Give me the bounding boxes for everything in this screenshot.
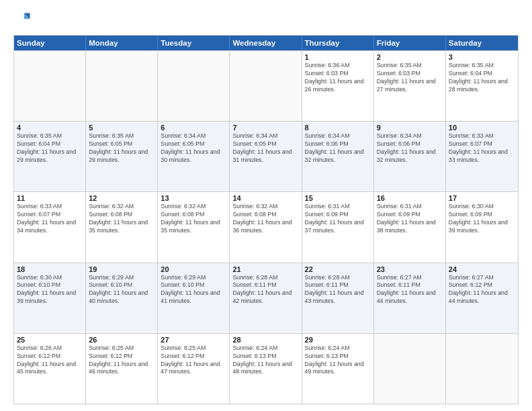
empty-cell: [374, 334, 446, 404]
day-number: 23: [377, 265, 443, 273]
day-info: Sunrise: 6:32 AM Sunset: 6:08 PM Dayligh…: [89, 203, 154, 235]
day-cell: 13Sunrise: 6:32 AM Sunset: 6:08 PM Dayli…: [158, 192, 230, 262]
day-number: 20: [161, 265, 226, 273]
day-info: Sunrise: 6:29 AM Sunset: 6:10 PM Dayligh…: [161, 274, 226, 306]
calendar-row: 18Sunrise: 6:30 AM Sunset: 6:10 PM Dayli…: [14, 263, 518, 333]
day-cell: 15Sunrise: 6:31 AM Sunset: 6:09 PM Dayli…: [302, 192, 374, 262]
day-number: 28: [232, 336, 298, 344]
empty-cell: [230, 51, 302, 121]
day-number: 2: [377, 53, 443, 61]
day-number: 6: [161, 124, 226, 132]
day-info: Sunrise: 6:32 AM Sunset: 6:08 PM Dayligh…: [232, 203, 298, 235]
day-info: Sunrise: 6:25 AM Sunset: 6:12 PM Dayligh…: [161, 345, 226, 377]
day-cell: 19Sunrise: 6:29 AM Sunset: 6:10 PM Dayli…: [86, 263, 158, 333]
day-cell: 22Sunrise: 6:28 AM Sunset: 6:11 PM Dayli…: [302, 263, 374, 333]
day-number: 12: [89, 194, 154, 202]
calendar-header: SundayMondayTuesdayWednesdayThursdayFrid…: [14, 36, 518, 50]
day-number: 21: [232, 265, 298, 273]
day-number: 22: [305, 265, 371, 273]
day-cell: 4Sunrise: 6:35 AM Sunset: 6:04 PM Daylig…: [14, 122, 86, 191]
day-cell: 11Sunrise: 6:33 AM Sunset: 6:07 PM Dayli…: [14, 192, 86, 262]
day-info: Sunrise: 6:27 AM Sunset: 6:11 PM Dayligh…: [377, 274, 443, 306]
calendar: SundayMondayTuesdayWednesdayThursdayFrid…: [13, 35, 519, 404]
day-info: Sunrise: 6:24 AM Sunset: 6:13 PM Dayligh…: [232, 345, 298, 377]
day-number: 26: [89, 336, 154, 344]
day-cell: 24Sunrise: 6:27 AM Sunset: 6:12 PM Dayli…: [446, 263, 518, 333]
logo-icon: [13, 11, 32, 30]
day-cell: 8Sunrise: 6:34 AM Sunset: 6:06 PM Daylig…: [302, 122, 374, 191]
day-number: 25: [17, 336, 83, 344]
day-cell: 17Sunrise: 6:30 AM Sunset: 6:09 PM Dayli…: [446, 192, 518, 262]
day-info: Sunrise: 6:28 AM Sunset: 6:11 PM Dayligh…: [305, 274, 371, 306]
calendar-header-cell: Monday: [86, 36, 158, 50]
day-info: Sunrise: 6:33 AM Sunset: 6:07 PM Dayligh…: [17, 203, 83, 235]
day-cell: 25Sunrise: 6:26 AM Sunset: 6:12 PM Dayli…: [14, 334, 86, 404]
empty-cell: [158, 51, 230, 121]
empty-cell: [14, 51, 86, 121]
day-info: Sunrise: 6:36 AM Sunset: 6:03 PM Dayligh…: [305, 62, 371, 94]
day-number: 29: [305, 336, 371, 344]
day-info: Sunrise: 6:27 AM Sunset: 6:12 PM Dayligh…: [449, 274, 515, 306]
empty-cell: [446, 334, 518, 404]
day-number: 11: [17, 194, 83, 202]
day-info: Sunrise: 6:34 AM Sunset: 6:05 PM Dayligh…: [161, 132, 226, 165]
calendar-body: 1Sunrise: 6:36 AM Sunset: 6:03 PM Daylig…: [14, 50, 518, 404]
calendar-row: 25Sunrise: 6:26 AM Sunset: 6:12 PM Dayli…: [14, 333, 518, 404]
day-cell: 21Sunrise: 6:28 AM Sunset: 6:11 PM Dayli…: [230, 263, 302, 333]
day-cell: 29Sunrise: 6:24 AM Sunset: 6:13 PM Dayli…: [302, 334, 374, 404]
day-cell: 5Sunrise: 6:35 AM Sunset: 6:05 PM Daylig…: [86, 122, 158, 191]
page: SundayMondayTuesdayWednesdayThursdayFrid…: [0, 0, 532, 411]
day-cell: 10Sunrise: 6:33 AM Sunset: 6:07 PM Dayli…: [446, 122, 518, 191]
day-cell: 26Sunrise: 6:25 AM Sunset: 6:12 PM Dayli…: [86, 334, 158, 404]
day-info: Sunrise: 6:34 AM Sunset: 6:05 PM Dayligh…: [232, 132, 298, 165]
day-number: 27: [161, 336, 226, 344]
day-number: 16: [377, 194, 443, 202]
calendar-header-cell: Thursday: [302, 36, 374, 50]
day-number: 10: [449, 124, 515, 132]
day-info: Sunrise: 6:34 AM Sunset: 6:06 PM Dayligh…: [377, 132, 443, 165]
day-number: 19: [89, 265, 154, 273]
day-number: 8: [305, 124, 371, 132]
day-info: Sunrise: 6:35 AM Sunset: 6:04 PM Dayligh…: [17, 132, 83, 165]
day-info: Sunrise: 6:32 AM Sunset: 6:08 PM Dayligh…: [161, 203, 226, 235]
day-number: 18: [17, 265, 83, 273]
day-info: Sunrise: 6:34 AM Sunset: 6:06 PM Dayligh…: [305, 132, 371, 165]
day-number: 14: [232, 194, 298, 202]
day-cell: 27Sunrise: 6:25 AM Sunset: 6:12 PM Dayli…: [158, 334, 230, 404]
day-info: Sunrise: 6:35 AM Sunset: 6:05 PM Dayligh…: [89, 132, 154, 165]
day-number: 3: [449, 53, 515, 61]
day-info: Sunrise: 6:24 AM Sunset: 6:13 PM Dayligh…: [305, 345, 371, 377]
calendar-row: 11Sunrise: 6:33 AM Sunset: 6:07 PM Dayli…: [14, 191, 518, 262]
day-cell: 16Sunrise: 6:31 AM Sunset: 6:09 PM Dayli…: [374, 192, 446, 262]
day-cell: 6Sunrise: 6:34 AM Sunset: 6:05 PM Daylig…: [158, 122, 230, 191]
day-cell: 20Sunrise: 6:29 AM Sunset: 6:10 PM Dayli…: [158, 263, 230, 333]
day-cell: 28Sunrise: 6:24 AM Sunset: 6:13 PM Dayli…: [230, 334, 302, 404]
day-info: Sunrise: 6:30 AM Sunset: 6:10 PM Dayligh…: [17, 274, 83, 306]
day-number: 4: [17, 124, 83, 132]
day-cell: 1Sunrise: 6:36 AM Sunset: 6:03 PM Daylig…: [302, 51, 374, 121]
day-number: 17: [449, 194, 515, 202]
calendar-header-cell: Friday: [374, 36, 446, 50]
day-cell: 3Sunrise: 6:35 AM Sunset: 6:04 PM Daylig…: [446, 51, 518, 121]
day-number: 9: [377, 124, 443, 132]
day-info: Sunrise: 6:33 AM Sunset: 6:07 PM Dayligh…: [449, 132, 515, 165]
day-cell: 18Sunrise: 6:30 AM Sunset: 6:10 PM Dayli…: [14, 263, 86, 333]
day-info: Sunrise: 6:31 AM Sunset: 6:09 PM Dayligh…: [377, 203, 443, 235]
calendar-row: 4Sunrise: 6:35 AM Sunset: 6:04 PM Daylig…: [14, 121, 518, 191]
day-info: Sunrise: 6:35 AM Sunset: 6:03 PM Dayligh…: [377, 62, 443, 94]
calendar-row: 1Sunrise: 6:36 AM Sunset: 6:03 PM Daylig…: [14, 50, 518, 121]
day-number: 24: [449, 265, 515, 273]
calendar-header-cell: Wednesday: [230, 36, 302, 50]
day-info: Sunrise: 6:35 AM Sunset: 6:04 PM Dayligh…: [449, 62, 515, 94]
day-info: Sunrise: 6:30 AM Sunset: 6:09 PM Dayligh…: [449, 203, 515, 235]
logo: [13, 11, 35, 30]
calendar-header-cell: Sunday: [14, 36, 86, 50]
day-info: Sunrise: 6:26 AM Sunset: 6:12 PM Dayligh…: [17, 345, 83, 377]
day-info: Sunrise: 6:31 AM Sunset: 6:09 PM Dayligh…: [305, 203, 371, 235]
day-cell: 9Sunrise: 6:34 AM Sunset: 6:06 PM Daylig…: [374, 122, 446, 191]
day-cell: 23Sunrise: 6:27 AM Sunset: 6:11 PM Dayli…: [374, 263, 446, 333]
day-number: 13: [161, 194, 226, 202]
empty-cell: [86, 51, 158, 121]
day-number: 1: [305, 53, 371, 61]
day-cell: 12Sunrise: 6:32 AM Sunset: 6:08 PM Dayli…: [86, 192, 158, 262]
